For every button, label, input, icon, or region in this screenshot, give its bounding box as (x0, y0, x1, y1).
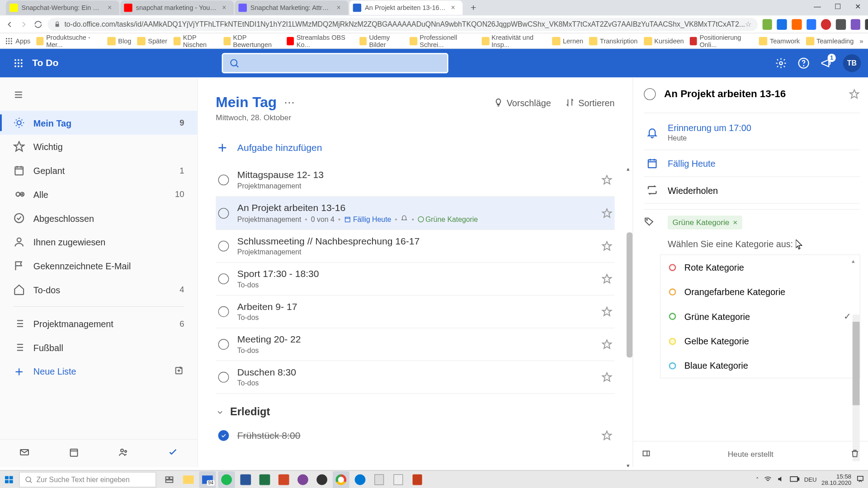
category-option-red[interactable]: Rote Kategorie▴ (660, 255, 859, 279)
star-icon[interactable] (602, 208, 613, 219)
task-row[interactable]: Sport 17:30 - 18:30To-dos (216, 263, 614, 296)
reminder-row[interactable]: Erinnerung um 17:00Heute (644, 116, 859, 150)
bookmark[interactable]: KDP Bewertungen (223, 34, 281, 48)
calendar-app-icon[interactable] (49, 447, 99, 460)
task-row[interactable]: Schlussmeeting // Nachbesprechung 16-17P… (216, 230, 614, 263)
todo-app-icon[interactable] (148, 447, 197, 460)
url-field[interactable]: to-do.office.com/tasks/id/AAMkADQ1YjVjYT… (47, 18, 757, 31)
edge-icon[interactable] (352, 471, 368, 488)
app-icon[interactable] (294, 471, 311, 488)
category-chip[interactable]: Grüne Kategorie × (668, 216, 742, 229)
settings-button[interactable] (775, 57, 787, 69)
task-row-selected[interactable]: An Projekt arbeiten 13-16 Projektmanagem… (216, 197, 614, 230)
star-icon[interactable] (602, 273, 613, 284)
browser-tab[interactable]: Snapchat-Werbung: Ein Leitfad × (6, 0, 119, 15)
explorer-icon[interactable] (180, 471, 197, 488)
sidebar-item-todos[interactable]: To-dos 4 (0, 278, 197, 302)
sidebar-item-myday[interactable]: Mein Tag 9 (0, 111, 197, 135)
task-checkbox[interactable] (218, 372, 229, 383)
chrome-icon[interactable] (333, 471, 349, 488)
battery-icon[interactable] (790, 476, 799, 483)
bookmark[interactable]: Blog (108, 37, 132, 45)
category-option-blue[interactable]: Blaue Kategorie (660, 353, 859, 378)
due-date-row[interactable]: Fällig Heute (644, 150, 859, 177)
extension-icon[interactable] (792, 19, 802, 30)
star-icon[interactable] (602, 372, 613, 383)
scrollbar-thumb[interactable] (853, 322, 860, 405)
bookmark[interactable]: KDP Nischen (173, 34, 217, 48)
search-input[interactable] (222, 53, 448, 73)
volume-icon[interactable] (777, 474, 785, 484)
start-button[interactable] (0, 470, 18, 488)
browser-tab[interactable]: snapchat marketing - YouTube × (120, 0, 234, 15)
reload-button[interactable] (33, 19, 43, 30)
sort-button[interactable]: Sortieren (565, 98, 614, 108)
mail-icon[interactable]: 94 (199, 471, 216, 488)
bookmark[interactable]: Kreativität und Insp... (482, 34, 546, 48)
app-icon[interactable] (390, 471, 406, 488)
wifi-icon[interactable] (764, 474, 772, 484)
bookmark[interactable]: Lernen (552, 37, 583, 45)
obs-icon[interactable] (314, 471, 330, 488)
sidebar-list-football[interactable]: Fußball (0, 335, 197, 359)
minimize-button[interactable]: — (807, 0, 828, 13)
forward-button[interactable] (19, 19, 28, 30)
star-icon[interactable] (849, 89, 860, 99)
sidebar-item-important[interactable]: Wichtig (0, 135, 197, 159)
bookmark[interactable]: Kursideen (644, 37, 684, 45)
task-checkbox[interactable] (218, 174, 229, 185)
task-row[interactable]: Mittagspause 12- 13Projektmanagement (216, 164, 614, 197)
task-view-icon[interactable] (161, 471, 178, 488)
apps-button[interactable]: Apps (5, 37, 31, 45)
bookmark[interactable]: Später (137, 37, 167, 45)
extension-icon[interactable] (762, 19, 772, 30)
sidebar-toggle[interactable] (0, 89, 197, 111)
powerpoint-icon[interactable] (275, 471, 292, 488)
task-row[interactable]: Duschen 8:30To-dos (216, 361, 614, 394)
new-list-button[interactable]: Neue Liste (0, 359, 197, 384)
task-checkbox[interactable] (218, 208, 229, 219)
bookmark[interactable]: Positionierung Onli... (690, 34, 753, 48)
detail-title[interactable]: An Projekt arbeiten 13-16 (664, 88, 849, 100)
scroll-down-icon[interactable]: ▾ (627, 462, 632, 467)
star-icon[interactable] (602, 241, 613, 252)
close-icon[interactable]: × (449, 4, 457, 11)
extension-icon[interactable] (777, 19, 787, 30)
clock[interactable]: 15:5828.10.2020 (821, 473, 851, 486)
app-icon[interactable] (371, 471, 387, 488)
back-button[interactable] (5, 19, 14, 30)
browser-tab-active[interactable]: An Projekt arbeiten 13-16 - To D × (349, 0, 463, 15)
avatar[interactable]: TB (843, 54, 861, 72)
scrollbar[interactable]: ▴ ▾ (627, 166, 632, 467)
sidebar-item-all[interactable]: Alle 10 (0, 183, 197, 206)
scroll-up-icon[interactable]: ▴ (627, 166, 632, 171)
close-icon[interactable]: × (221, 4, 228, 11)
bookmark[interactable]: Transkription (589, 37, 637, 45)
news-button[interactable]: 1 (821, 57, 832, 69)
word-icon[interactable] (237, 471, 254, 488)
task-row[interactable]: Meeting 20- 22To-dos (216, 328, 614, 361)
excel-icon[interactable] (256, 471, 273, 488)
bookmark-star-icon[interactable]: ☆ (745, 20, 752, 28)
sidebar-item-assigned[interactable]: Ihnen zugewiesen (0, 230, 197, 254)
scrollbar-thumb[interactable] (627, 232, 632, 357)
remove-chip-icon[interactable]: × (733, 218, 737, 227)
browser-tab[interactable]: Snapchat Marketing: Attract Ne × (235, 0, 349, 15)
bookmark[interactable]: Teamwork (759, 37, 800, 45)
spotify-icon[interactable] (218, 471, 235, 488)
category-option-green[interactable]: Grüne Kategorie✓ (660, 304, 859, 329)
hide-panel-button[interactable] (642, 449, 651, 460)
sidebar-item-completed[interactable]: Abgeschlossen (0, 206, 197, 230)
star-icon[interactable] (602, 339, 613, 350)
task-row-completed[interactable]: Frühstück 8:00 (216, 424, 614, 447)
tray-chevron-icon[interactable]: ˄ (756, 476, 759, 483)
app-launcher-button[interactable] (7, 58, 30, 69)
sidebar-list-project[interactable]: Projektmanagement 6 (0, 312, 197, 336)
suggestions-button[interactable]: Vorschläge (494, 98, 551, 108)
dropdown-scrollbar[interactable] (853, 314, 860, 461)
task-row[interactable]: Arbeiten 9- 17To-dos (216, 296, 614, 328)
close-icon[interactable]: × (335, 4, 342, 11)
help-button[interactable] (797, 57, 809, 69)
extension-icon[interactable] (836, 19, 846, 30)
detail-checkbox[interactable] (644, 88, 656, 100)
